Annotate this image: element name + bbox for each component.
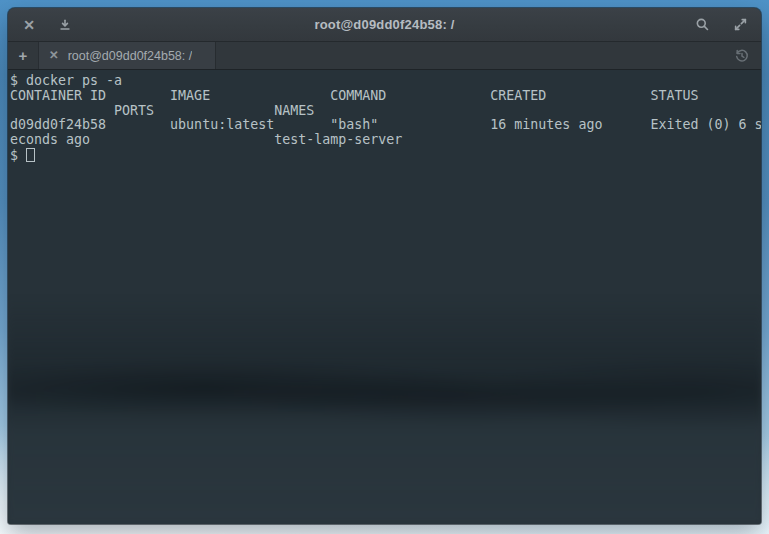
download-icon xyxy=(58,18,72,32)
tab-close-button[interactable]: ✕ xyxy=(49,50,59,62)
fullscreen-icon xyxy=(733,17,748,32)
terminal-line: d09dd0f24b58 ubuntu:latest "bash" 16 min… xyxy=(10,118,761,133)
titlebar-left-controls: ✕ xyxy=(20,16,74,34)
terminal-line: PORTS NAMES xyxy=(10,104,761,119)
tabbar-spacer xyxy=(216,42,723,69)
desktop: { "window": { "title": "root@d09dd0f24b5… xyxy=(0,0,769,534)
close-icon: ✕ xyxy=(23,18,35,32)
tab-close-icon: ✕ xyxy=(49,49,59,61)
download-button[interactable] xyxy=(56,16,74,34)
terminal-screen[interactable]: $ docker ps -aCONTAINER ID IMAGE COMMAND… xyxy=(8,70,761,524)
terminal-output: $ docker ps -aCONTAINER ID IMAGE COMMAND… xyxy=(8,70,761,163)
terminal-line: CONTAINER ID IMAGE COMMAND CREATED STATU… xyxy=(10,89,761,104)
window-title: root@d09dd0f24b58: / xyxy=(8,17,761,32)
plus-icon: + xyxy=(19,47,28,64)
terminal-line: $ docker ps -a xyxy=(10,74,761,89)
shell-prompt: $ xyxy=(10,148,26,163)
tab-title: root@d09dd0f24b58: / xyxy=(68,49,193,63)
search-icon xyxy=(695,17,710,32)
close-window-button[interactable]: ✕ xyxy=(20,16,38,34)
terminal-window: ✕ root@d09dd0f24b58: / xyxy=(8,8,761,524)
titlebar-right-controls xyxy=(693,16,749,34)
terminal-prompt-line: $ xyxy=(10,148,761,163)
tabbar: + ✕ root@d09dd0f24b58: / xyxy=(8,42,761,70)
terminal-cursor xyxy=(26,148,35,162)
history-icon xyxy=(734,48,750,64)
titlebar: ✕ root@d09dd0f24b58: / xyxy=(8,8,761,42)
new-tab-button[interactable]: + xyxy=(8,42,39,69)
terminal-line: econds ago test-lamp-server xyxy=(10,133,761,148)
tab-active[interactable]: ✕ root@d09dd0f24b58: / xyxy=(39,42,216,69)
search-button[interactable] xyxy=(693,16,711,34)
history-button[interactable] xyxy=(723,42,761,69)
fullscreen-button[interactable] xyxy=(731,16,749,34)
